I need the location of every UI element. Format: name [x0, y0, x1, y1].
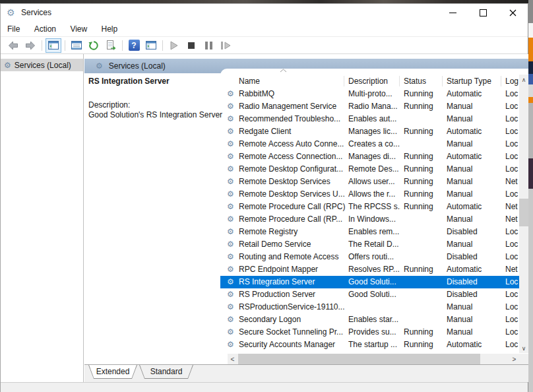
service-name: Radio Management Service: [239, 100, 346, 113]
restart-service-icon: [221, 42, 231, 49]
scroll-right-icon[interactable]: >: [509, 354, 519, 364]
column-header-startup-type[interactable]: Startup Type: [447, 77, 499, 86]
service-description: The Retail D...: [348, 238, 400, 251]
scroll-down-icon[interactable]: ∨: [519, 343, 528, 353]
menu-action[interactable]: Action: [28, 22, 62, 37]
tab-standard[interactable]: Standard: [139, 365, 193, 379]
service-startup-type: Manual: [447, 138, 503, 150]
properties-button[interactable]: [69, 38, 84, 53]
background-window-right-strip: [528, 0, 533, 392]
column-header-status[interactable]: Status: [404, 77, 441, 86]
service-startup-type: Manual: [447, 313, 503, 326]
service-description: Offers routi...: [348, 251, 400, 263]
service-log-on-as: Loc: [505, 313, 519, 326]
service-description: Good Soluti...: [348, 288, 400, 301]
tab-extended[interactable]: Extended: [88, 365, 137, 379]
stop-service-icon: [188, 42, 195, 49]
service-row[interactable]: ⚙Remote Access Connection...Manages di..…: [220, 150, 519, 163]
service-row[interactable]: ⚙Remote Desktop Services U...Allows the …: [220, 188, 519, 201]
service-description: Resolves RP...: [348, 263, 400, 276]
service-row[interactable]: ⚙Security Accounts ManagerThe startup ..…: [220, 339, 519, 351]
service-startup-type: Automatic: [447, 88, 503, 100]
service-row[interactable]: ⚙Remote Desktop ServicesAllows user...Ru…: [220, 176, 519, 188]
column-header-name[interactable]: Name: [239, 77, 344, 86]
service-gear-icon: ⚙: [227, 140, 234, 148]
service-status: Running: [404, 263, 442, 276]
menu-file[interactable]: File: [1, 22, 26, 37]
menu-view[interactable]: View: [64, 22, 93, 37]
close-button[interactable]: [498, 4, 528, 22]
service-name: Remote Desktop Services: [239, 176, 346, 188]
service-gear-icon: ⚙: [227, 303, 234, 311]
service-row[interactable]: ⚙RS Production ServerGood Soluti...Disab…: [220, 288, 519, 301]
service-row[interactable]: ⚙RPC Endpoint MapperResolves RP...Runnin…: [220, 263, 519, 276]
service-status: Running: [404, 100, 442, 113]
refresh-icon: [88, 40, 99, 51]
start-service-button[interactable]: [166, 38, 182, 53]
column-header-description[interactable]: Description: [348, 77, 398, 86]
service-row[interactable]: ⚙RS Integration ServerGood Soluti...Disa…: [220, 276, 519, 288]
start-service-icon: [170, 41, 178, 50]
service-log-on-as: Loc: [505, 288, 519, 301]
service-row[interactable]: ⚙RabbitMQMulti-proto...RunningAutomaticL…: [220, 88, 519, 100]
services-window: ⚙ Services File Action View Help: [0, 3, 528, 392]
service-row[interactable]: ⚙Routing and Remote AccessOffers routi..…: [220, 251, 519, 263]
horizontal-scrollbar[interactable]: < >: [228, 354, 519, 364]
service-name: RPC Endpoint Mapper: [239, 263, 346, 276]
minimize-button[interactable]: [437, 4, 468, 22]
show-action-pane-button[interactable]: [143, 38, 159, 53]
services-app-icon: ⚙: [7, 7, 15, 18]
service-row[interactable]: ⚙Secondary LogonEnables star...ManualLoc: [220, 313, 519, 326]
title-bar[interactable]: ⚙ Services: [1, 4, 528, 22]
show-console-tree-button[interactable]: [46, 38, 61, 53]
service-log-on-as: Loc: [505, 301, 519, 313]
column-header-log-on-as[interactable]: Log: [505, 77, 519, 86]
service-row[interactable]: ⚙Recommended Troublesho...Enables aut...…: [220, 113, 519, 125]
vertical-scrollbar-thumb[interactable]: [519, 199, 528, 226]
service-row[interactable]: ⚙Secure Socket Tunneling Pr...Provides s…: [220, 326, 519, 339]
toolbar-separator: [65, 40, 65, 51]
stop-service-button[interactable]: [183, 38, 199, 53]
service-description: Allows the r...: [348, 188, 400, 201]
service-description: The RPCSS s...: [348, 201, 400, 213]
service-status: Running: [404, 176, 442, 188]
service-description: Manages lic...: [348, 125, 400, 138]
service-name: Secure Socket Tunneling Pr...: [239, 326, 346, 339]
view-tab-strip: Extended Standard: [84, 364, 528, 382]
service-row[interactable]: ⚙Remote Desktop Configurat...Remote Des.…: [220, 163, 519, 176]
export-list-button[interactable]: [103, 38, 119, 53]
service-name: Remote Registry: [239, 226, 346, 238]
service-name: RabbitMQ: [239, 88, 346, 100]
refresh-button[interactable]: [86, 38, 102, 53]
service-log-on-as: Loc: [505, 88, 519, 100]
toolbar-separator: [122, 40, 123, 51]
vertical-scrollbar[interactable]: ∧ ∨: [519, 75, 528, 353]
service-status: Running: [404, 150, 442, 163]
service-name: Retail Demo Service: [239, 238, 346, 251]
service-gear-icon: ⚙: [227, 165, 234, 174]
service-row[interactable]: ⚙Radio Management ServiceRadio Mana...Ru…: [220, 100, 519, 113]
status-bar: [1, 382, 528, 392]
service-row[interactable]: ⚙Remote Access Auto Conne...Creates a co…: [220, 138, 519, 150]
service-row[interactable]: ⚙RSProductionService-19110...ManualLoc: [220, 301, 519, 313]
scroll-left-icon[interactable]: <: [228, 354, 237, 364]
maximize-button[interactable]: [468, 4, 498, 22]
description-text: Good Solution's RS Integration Server: [88, 110, 222, 119]
pause-service-button[interactable]: [201, 38, 216, 53]
service-row[interactable]: ⚙Redgate ClientManages lic...RunningAuto…: [220, 125, 519, 138]
tree-item-services-local[interactable]: ⚙ Services (Local): [1, 59, 83, 71]
menu-help[interactable]: Help: [96, 22, 124, 37]
services-gear-icon: ⚙: [96, 62, 103, 70]
tree-item-label: Services (Local): [15, 61, 71, 70]
show-console-tree-icon: [48, 41, 59, 49]
service-row[interactable]: ⚙Retail Demo ServiceThe Retail D...Manua…: [220, 238, 519, 251]
service-row[interactable]: ⚙Remote Procedure Call (RPC)The RPCSS s.…: [220, 201, 519, 213]
help-button[interactable]: ?: [126, 38, 142, 53]
horizontal-scrollbar-thumb[interactable]: [238, 354, 480, 364]
forward-button[interactable]: [22, 38, 38, 53]
back-button[interactable]: [5, 38, 21, 53]
service-row[interactable]: ⚙Remote Procedure Call (RP...In Windows.…: [220, 213, 519, 226]
restart-service-button[interactable]: [218, 38, 234, 53]
scroll-up-icon[interactable]: ∧: [519, 75, 528, 84]
service-row[interactable]: ⚙Remote RegistryEnables rem...DisabledLo…: [220, 226, 519, 238]
